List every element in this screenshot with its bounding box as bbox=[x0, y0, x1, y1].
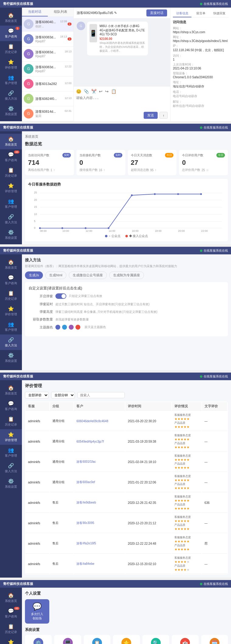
sidebar-item-settings-3[interactable]: ⚙️ 系统设置 bbox=[0, 350, 22, 366]
swatch-red[interactable] bbox=[75, 325, 80, 330]
tab-message[interactable]: 留言单 bbox=[191, 10, 210, 17]
settings-item-blacklist[interactable]: 🔍 黑以问题管理 bbox=[142, 635, 169, 644]
td-customer: 游客#fa2e16f5 bbox=[74, 534, 125, 554]
sidebar-item-home[interactable]: 🏠 系统首页 bbox=[0, 10, 22, 26]
chat-item-name: 游客60083d... bbox=[35, 65, 56, 69]
info-row-visits: 访问： 1 bbox=[173, 54, 229, 61]
access-content: 接入方法 部署网页组件（推荐）：网页面检组件件将实并桌面网址和移动网站，提供最大… bbox=[22, 254, 231, 370]
sidebar-item-chat-3[interactable]: 💬 客户咨询 bbox=[0, 272, 22, 288]
chat-messages: G 📱 MI6U 小米 小米手机6 小屏4G 4G+超强4G手机配置 黑色, D… bbox=[74, 19, 170, 86]
tab-wechat[interactable]: 生成微信公众号插座 bbox=[69, 271, 107, 279]
personal-card[interactable]: 💬 多次打入创始场 bbox=[25, 599, 49, 624]
chat-item-name: 游客60083d... bbox=[35, 50, 56, 55]
sidebar-item-customers-4[interactable]: 👥 客户管理 bbox=[0, 445, 22, 460]
sidebar-item-chat-4[interactable]: 💬 客户咨询 bbox=[0, 398, 22, 414]
chat-list-item[interactable]: G 游客60083d... 12:22 Rjwp87 bbox=[22, 62, 73, 76]
dashboard-title: 数据总览 bbox=[25, 141, 228, 147]
chat-list-item[interactable]: G 游客60083d... 18:13 Rjwp87 1 bbox=[22, 32, 73, 47]
tab-html[interactable]: 生成html bbox=[45, 271, 66, 279]
sidebar-item-settings[interactable]: ⚙️ 系统设置 bbox=[0, 103, 22, 119]
chat-icon-3: 💬 bbox=[8, 275, 14, 281]
sidebar-item-ratings-4[interactable]: ⭐ 评价管理 bbox=[0, 429, 22, 445]
direct-chat-button[interactable]: 直接对话 bbox=[146, 9, 167, 16]
sidebar-item-home-3[interactable]: 🏠 系统首页 bbox=[0, 257, 22, 272]
sidebar-item-history-4[interactable]: 📋 历史记录 bbox=[0, 414, 22, 429]
chat-list-item[interactable]: G 游客60814d... 02:31 返回 bbox=[22, 106, 73, 121]
chat-item-time: 18:13 bbox=[60, 35, 67, 40]
sidebar-item-history-3[interactable]: 📋 历史记录 bbox=[0, 288, 22, 303]
sidebar-item-ratings[interactable]: ⭐ 评价管理 bbox=[0, 57, 22, 72]
sidebar-item-chat-2[interactable]: 💬 客户咨询 46 bbox=[0, 149, 22, 165]
swatch-purple[interactable] bbox=[55, 325, 60, 330]
sidebar-item-chat[interactable]: 💬 客户咨询 1 bbox=[0, 26, 22, 41]
stat-sub: 总评价用户数 25 ☆ bbox=[182, 168, 225, 172]
gear-icon-3: ⚙️ bbox=[8, 352, 14, 358]
sidebar-item-access-3[interactable]: 🔗 接入方法 bbox=[0, 334, 22, 350]
chat-list-item[interactable]: G 游客608040... 12:09 你好... 1 bbox=[22, 17, 73, 32]
tab-custom[interactable]: 生成制为专属插座 bbox=[109, 271, 144, 279]
sidebar-item-access[interactable]: 🔗 接入方法 bbox=[0, 88, 22, 103]
send-button[interactable]: 发送 bbox=[144, 112, 158, 119]
settings-item-kf-group[interactable]: 📋 客服分组管理 bbox=[84, 635, 110, 644]
sidebar-item-settings-4[interactable]: ⚙️ 系统设置 bbox=[0, 476, 22, 491]
settings-item-power[interactable]: 🖥️ 权答系统内管理 bbox=[54, 635, 81, 644]
app-logo-4: 青柠媒科技在线客服 bbox=[3, 374, 33, 379]
chat-icon: 💬 bbox=[8, 28, 14, 34]
tab-quick-reply[interactable]: 快捷回复 bbox=[210, 10, 229, 17]
status-dot-4 bbox=[200, 375, 202, 378]
filter-all-select[interactable]: 全部评价 bbox=[25, 392, 49, 398]
tab-current-chat[interactable]: 当前对话 bbox=[22, 8, 48, 16]
users-icon-4: 👥 bbox=[8, 447, 14, 453]
sidebar-item-history[interactable]: 📋 历史记录 bbox=[0, 41, 22, 57]
info-row-address: 地址： 地址信息/号码自动获存 bbox=[173, 80, 229, 89]
swatch-blue[interactable] bbox=[62, 325, 67, 330]
tab-js[interactable]: 生成Js bbox=[25, 271, 43, 279]
chat-input[interactable] bbox=[76, 96, 168, 111]
sidebar-item-settings-2[interactable]: ⚙️ 系统设置 bbox=[0, 227, 22, 242]
sidebar-item-home-5[interactable]: 🏠 系统首页 bbox=[0, 590, 22, 606]
product-price: ¥2100.00 bbox=[100, 37, 145, 41]
filter-search-input[interactable] bbox=[77, 392, 125, 398]
sidebar-item-customers-2[interactable]: 👥 客户管理 bbox=[0, 196, 22, 211]
sidebar-item-ratings-2[interactable]: ⭐ 评价管理 bbox=[0, 180, 22, 196]
sidebar-label: 历史记录 bbox=[5, 297, 17, 301]
td-kf: adminkfs bbox=[26, 432, 49, 451]
settings-item-schedule[interactable]: 📅 上下班设置 bbox=[172, 635, 198, 644]
redo-icon[interactable]: ↪ bbox=[105, 89, 109, 94]
form-label-toggle: 开启弹窗 bbox=[29, 294, 53, 299]
td-time: 2020-12-23 20:21:12 bbox=[125, 513, 171, 533]
filter-score-select[interactable]: 全部分钟 bbox=[51, 392, 75, 398]
sidebar-item-home-4[interactable]: 🏠 系统首页 bbox=[0, 383, 22, 398]
sidebar-item-history-5[interactable]: 📋 历史记录 bbox=[0, 621, 22, 637]
settings-item-general[interactable]: ⚙️ 通用系统设置 bbox=[25, 635, 52, 644]
expand-button[interactable]: ↑ bbox=[159, 112, 168, 119]
sidebar-label: 客户管理 bbox=[5, 328, 17, 332]
tab-visitor-info[interactable]: 访客信息 bbox=[173, 10, 191, 17]
sidebar-item-history-2[interactable]: 📋 历史记录 bbox=[0, 165, 22, 180]
sidebar-item-ratings-5[interactable]: ⭐ 评价管理 bbox=[0, 637, 22, 644]
clipboard-icon[interactable]: 📋 bbox=[111, 89, 116, 94]
sidebar-item-customers[interactable]: 👥 客户管理 bbox=[0, 72, 22, 88]
sidebar-item-access-2[interactable]: 🔗 接入方法 bbox=[0, 211, 22, 227]
td-kf: adminkfs bbox=[26, 493, 49, 513]
sidebar-item-customers-3[interactable]: 👥 客户管理 bbox=[0, 319, 22, 334]
attachment-icon[interactable]: 📎 bbox=[84, 89, 89, 94]
sidebar-item-access-4[interactable]: 🔗 接入方法 bbox=[0, 460, 22, 476]
undo-icon[interactable]: ↩ bbox=[99, 89, 103, 94]
settings-item-faq[interactable]: 🗓️ FAQ管理 bbox=[201, 635, 228, 644]
sidebar-item-chat-5[interactable]: 💬 客户咨询 46 bbox=[0, 606, 22, 621]
app-logo-5: 青柠媒科技在线客服 bbox=[3, 582, 33, 586]
chat-list-item[interactable]: G 游客60824f0... 12:13 bbox=[22, 91, 73, 106]
settings-item-star[interactable]: ⭐ 权服开启设置 bbox=[113, 635, 140, 644]
swatch-violet[interactable] bbox=[69, 325, 74, 330]
chat-list-item[interactable]: G 游客60083d... 18:13 Rjwp87 bbox=[22, 47, 73, 62]
history-icon-3: 📋 bbox=[8, 290, 14, 296]
sidebar-item-ratings-3[interactable]: ⭐ 评价管理 bbox=[0, 303, 22, 319]
form-value-delay: 超过天数三级结时间 短信点、开启弹窗有效(只创定义弹窗三估点有效) bbox=[55, 302, 224, 306]
tab-queue[interactable]: 组队列表 bbox=[48, 8, 74, 16]
emoji-icon[interactable]: 😊 bbox=[76, 89, 81, 94]
sidebar-item-home-2[interactable]: 🏠 系统首页 bbox=[0, 134, 22, 149]
chat-list-item[interactable]: G 游客6013a282 12:00 bbox=[22, 76, 73, 91]
toggle-popup[interactable] bbox=[55, 293, 66, 299]
scissors-icon[interactable]: ✂️ bbox=[91, 89, 96, 94]
